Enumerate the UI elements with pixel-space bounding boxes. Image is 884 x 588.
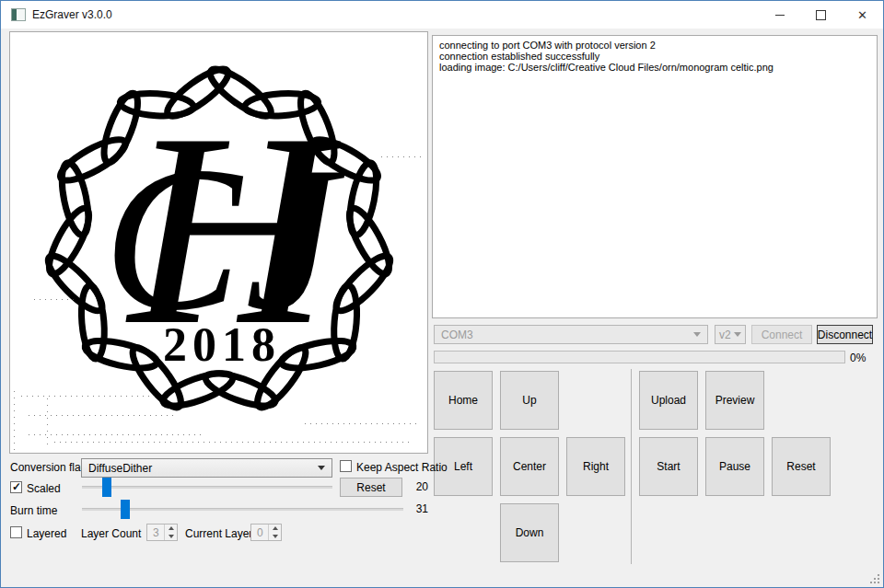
progress-percent: 0% [850, 352, 866, 364]
home-button[interactable]: Home [434, 371, 493, 430]
layered-label[interactable]: Layered [27, 527, 66, 540]
scaled-slider-handle[interactable] [102, 478, 111, 497]
scaled-label[interactable]: Scaled [27, 482, 61, 495]
spinner-down-button[interactable] [165, 533, 177, 541]
up-button[interactable]: Up [500, 371, 559, 430]
upload-button[interactable]: Upload [639, 371, 698, 430]
dither-artifact [14, 391, 15, 451]
pause-button-label: Pause [719, 460, 750, 473]
scaled-value: 20 [397, 480, 428, 493]
start-button[interactable]: Start [639, 437, 698, 496]
disconnect-button-label: Disconnect [818, 329, 872, 341]
chevron-down-icon [734, 332, 741, 337]
down-button[interactable]: Down [500, 503, 559, 562]
scaled-slider-groove [82, 486, 332, 489]
preview-button-label: Preview [715, 394, 755, 407]
conversion-flags-select[interactable]: DiffuseDither [81, 458, 332, 478]
chevron-down-icon [318, 466, 325, 470]
close-button[interactable]: ✕ [842, 1, 883, 29]
engraver-reset-button-label: Reset [786, 460, 815, 473]
connect-button[interactable]: Connect [751, 325, 812, 344]
conversion-flags-label: Conversion flags [10, 461, 92, 474]
current-layer-spinbox[interactable]: 0 [250, 524, 282, 541]
down-arrow-icon [169, 535, 174, 538]
window-title: EzGraver v3.0.0 [32, 8, 112, 21]
titlebar: EzGraver v3.0.0 ✕ [1, 1, 883, 29]
dither-artifact [29, 434, 202, 435]
up-button-label: Up [522, 394, 536, 407]
spinner-up-button[interactable] [165, 525, 177, 533]
up-arrow-icon [273, 526, 278, 530]
dither-artifact [54, 442, 413, 443]
scaled-checkbox[interactable] [10, 481, 22, 493]
connect-button-label: Connect [762, 329, 803, 341]
window-controls: ✕ [759, 1, 883, 29]
app-window: EzGraver v3.0.0 ✕ C H J 2018 connecting … [0, 0, 884, 588]
port-select[interactable]: COM3 [434, 325, 708, 344]
dither-artifact [305, 423, 420, 424]
right-button[interactable]: Right [566, 437, 625, 496]
engraver-reset-button[interactable]: Reset [772, 437, 831, 496]
log-line: connection established successfully [439, 51, 870, 62]
layer-count-spinbox[interactable]: 3 [146, 524, 178, 541]
layer-count-value: 3 [147, 525, 164, 540]
keep-aspect-ratio-label[interactable]: Keep Aspect Ratio [356, 461, 448, 474]
upload-button-label: Upload [651, 394, 686, 407]
left-button-label: Left [454, 460, 472, 473]
spinner-arrows [164, 525, 177, 540]
scaled-slider[interactable] [82, 478, 332, 497]
spinner-up-button[interactable] [269, 525, 281, 533]
close-icon: ✕ [857, 9, 867, 21]
current-layer-label: Current Layer [185, 527, 252, 540]
start-button-label: Start [657, 460, 680, 473]
center-button-label: Center [513, 460, 546, 473]
dither-artifact [21, 396, 159, 397]
scale-reset-button[interactable]: Reset [340, 478, 402, 497]
monogram-image: C H J 2018 [10, 32, 427, 453]
chevron-down-icon [693, 332, 701, 337]
minimize-button[interactable] [759, 1, 800, 29]
burn-time-label: Burn time [10, 504, 57, 517]
right-button-label: Right [583, 460, 609, 473]
dither-artifact [34, 299, 75, 300]
maximize-button[interactable] [800, 1, 842, 29]
burn-time-slider-handle[interactable] [121, 500, 130, 519]
burn-time-slider[interactable] [82, 500, 403, 519]
button-group-divider [631, 369, 632, 564]
minimize-icon [775, 15, 785, 16]
spinner-arrows [268, 525, 281, 540]
down-arrow-icon [273, 535, 278, 538]
home-button-label: Home [448, 394, 478, 407]
burn-time-value: 31 [397, 502, 428, 515]
protocol-select[interactable]: v2 [715, 325, 746, 344]
spinner-down-button[interactable] [269, 533, 281, 541]
log-line: connecting to port COM3 with protocol ve… [439, 40, 870, 51]
dither-artifact [47, 398, 48, 449]
scale-reset-button-label: Reset [356, 481, 385, 494]
dither-artifact [381, 156, 424, 157]
burn-time-slider-groove [82, 508, 403, 511]
up-arrow-icon [169, 526, 174, 530]
center-button[interactable]: Center [500, 437, 559, 496]
keep-aspect-ratio-checkbox[interactable] [340, 460, 352, 472]
layered-checkbox[interactable] [10, 526, 22, 538]
app-icon [11, 8, 26, 21]
maximize-icon [816, 10, 826, 20]
monogram-year: 2018 [163, 318, 281, 371]
log-line: loading image: C:/Users/cliff/Creative C… [439, 62, 870, 73]
conversion-flags-value: DiffuseDither [88, 462, 152, 475]
engraving-preview-panel: C H J 2018 [9, 31, 428, 454]
current-layer-value: 0 [251, 525, 268, 540]
protocol-select-value: v2 [719, 329, 731, 341]
log-output[interactable]: connecting to port COM3 with protocol ve… [432, 35, 878, 318]
preview-button[interactable]: Preview [705, 371, 764, 430]
pause-button[interactable]: Pause [705, 437, 764, 496]
down-button-label: Down [516, 526, 544, 539]
resize-grip[interactable] [878, 582, 879, 583]
disconnect-button[interactable]: Disconnect [817, 325, 873, 344]
dither-artifact [29, 415, 174, 416]
layer-count-label: Layer Count [81, 527, 141, 540]
burn-progress-bar [434, 351, 845, 363]
port-select-value: COM3 [441, 329, 473, 341]
